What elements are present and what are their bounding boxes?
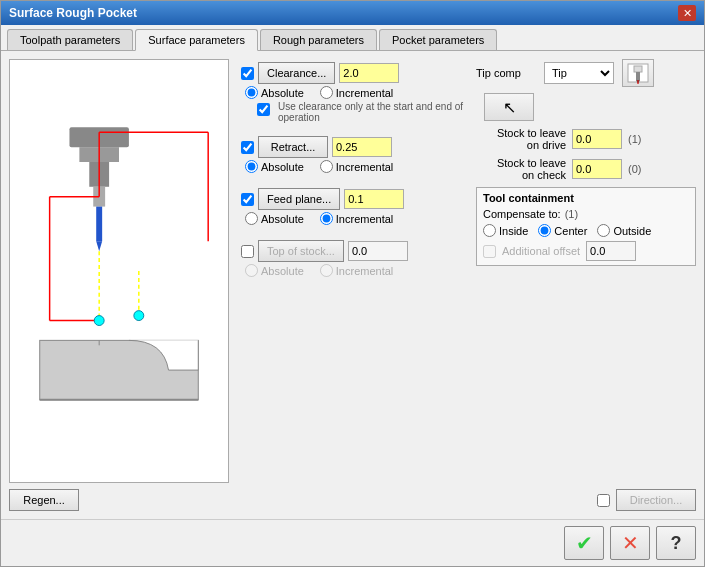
svg-point-15 — [94, 316, 104, 326]
clearance-button[interactable]: Clearance... — [258, 62, 335, 84]
retract-checkbox[interactable] — [241, 141, 254, 154]
tab-toolpath-parameters[interactable]: Toolpath parameters — [7, 29, 133, 50]
cursor-button[interactable]: ↖ — [484, 93, 534, 121]
feed-plane-button[interactable]: Feed plane... — [258, 188, 340, 210]
title-bar: Surface Rough Pocket ✕ — [1, 1, 704, 25]
compensate-to-label: Compensate to: — [483, 208, 561, 220]
window-title: Surface Rough Pocket — [9, 6, 137, 20]
direction-checkbox[interactable] — [597, 494, 610, 507]
stock-check-row: Stock to leaveon check (0) — [476, 157, 696, 181]
top-of-stock-input[interactable] — [348, 241, 408, 261]
svg-rect-5 — [96, 207, 102, 242]
outside-radio[interactable]: Outside — [597, 224, 651, 237]
footer: ✔ ✕ ? — [1, 519, 704, 566]
top-of-stock-checkbox[interactable] — [241, 245, 254, 258]
cancel-button[interactable]: ✕ — [610, 526, 650, 560]
clearance-note: Use clearance only at the start and end … — [278, 101, 464, 123]
additional-offset-row: Additional offset — [483, 241, 689, 261]
tab-surface-parameters[interactable]: Surface parameters — [135, 29, 258, 51]
stock-drive-hint: (1) — [628, 133, 641, 145]
additional-offset-checkbox[interactable] — [483, 245, 496, 258]
help-icon: ? — [671, 533, 682, 554]
inside-radio[interactable]: Inside — [483, 224, 528, 237]
tip-icon-button[interactable] — [622, 59, 654, 87]
retract-group: Retract... Absolute Incremental — [237, 133, 468, 178]
help-button[interactable]: ? — [656, 526, 696, 560]
additional-offset-label: Additional offset — [502, 245, 580, 257]
direction-button[interactable]: Direction... — [616, 489, 696, 511]
tab-pocket-parameters[interactable]: Pocket parameters — [379, 29, 497, 50]
params-panel: Clearance... Absolute Incremental — [237, 59, 468, 483]
main-window: Surface Rough Pocket ✕ Toolpath paramete… — [0, 0, 705, 567]
svg-rect-21 — [634, 66, 642, 72]
close-button[interactable]: ✕ — [678, 5, 696, 21]
clearance-checkbox[interactable] — [241, 67, 254, 80]
additional-offset-input[interactable] — [586, 241, 636, 261]
clearance-group: Clearance... Absolute Incremental — [237, 59, 468, 126]
clearance-absolute-radio[interactable]: Absolute — [245, 86, 304, 99]
retract-incremental-radio[interactable]: Incremental — [320, 160, 393, 173]
containment-radio-row: Inside Center Outside — [483, 224, 689, 237]
regen-button[interactable]: Regen... — [9, 489, 79, 511]
cancel-icon: ✕ — [622, 531, 639, 555]
main-area: Clearance... Absolute Incremental — [9, 59, 696, 483]
stock-drive-input[interactable] — [572, 129, 622, 149]
compensate-to-hint: (1) — [565, 208, 578, 220]
svg-rect-22 — [636, 72, 640, 80]
ok-icon: ✔ — [576, 531, 593, 555]
feed-plane-checkbox[interactable] — [241, 193, 254, 206]
tip-comp-select[interactable]: Tip Center None — [544, 62, 614, 84]
top-of-stock-absolute-radio[interactable]: Absolute — [245, 264, 304, 277]
retract-input[interactable] — [332, 137, 392, 157]
tab-rough-parameters[interactable]: Rough parameters — [260, 29, 377, 50]
clearance-only-checkbox[interactable] — [257, 103, 270, 116]
tool-containment-box: Tool containment Compensate to: (1) Insi… — [476, 187, 696, 266]
retract-button[interactable]: Retract... — [258, 136, 328, 158]
right-panel: Tip comp Tip Center None — [476, 59, 696, 483]
stock-drive-row: Stock to leaveon drive (1) — [476, 127, 696, 151]
feed-plane-input[interactable] — [344, 189, 404, 209]
stock-drive-label: Stock to leaveon drive — [476, 127, 566, 151]
cursor-icon: ↖ — [503, 98, 516, 117]
center-radio[interactable]: Center — [538, 224, 587, 237]
tip-comp-row: Tip comp Tip Center None — [476, 59, 696, 87]
ok-button[interactable]: ✔ — [564, 526, 604, 560]
tip-comp-label: Tip comp — [476, 67, 536, 79]
tool-containment-title: Tool containment — [483, 192, 689, 204]
direction-row: Direction... — [597, 489, 696, 511]
top-of-stock-button[interactable]: Top of stock... — [258, 240, 344, 262]
clearance-incremental-radio[interactable]: Incremental — [320, 86, 393, 99]
bottom-row: Regen... Direction... — [9, 489, 696, 511]
stock-check-label: Stock to leaveon check — [476, 157, 566, 181]
stock-check-input[interactable] — [572, 159, 622, 179]
retract-absolute-radio[interactable]: Absolute — [245, 160, 304, 173]
tabs-bar: Toolpath parameters Surface parameters R… — [1, 25, 704, 51]
feed-plane-incremental-radio[interactable]: Incremental — [320, 212, 393, 225]
content-area: Clearance... Absolute Incremental — [1, 51, 704, 519]
stock-check-hint: (0) — [628, 163, 641, 175]
compensate-to-row: Compensate to: (1) — [483, 208, 689, 220]
top-of-stock-group: Top of stock... Absolute Incremental — [237, 237, 468, 282]
feed-plane-absolute-radio[interactable]: Absolute — [245, 212, 304, 225]
top-of-stock-incremental-radio[interactable]: Incremental — [320, 264, 393, 277]
diagram-panel — [9, 59, 229, 483]
clearance-input[interactable] — [339, 63, 399, 83]
feed-plane-group: Feed plane... Absolute Incremental — [237, 185, 468, 230]
svg-point-16 — [134, 311, 144, 321]
